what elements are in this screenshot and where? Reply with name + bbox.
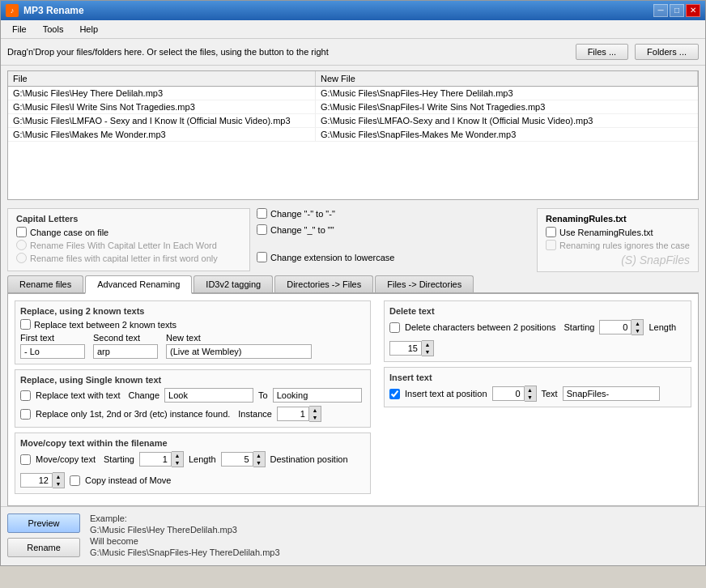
insert-pos-down-btn[interactable]: ▼ [525,394,536,401]
rename-button[interactable]: Rename [7,538,80,557]
text-label: Text [542,389,558,398]
move-starting-up-btn[interactable]: ▲ [172,452,183,459]
change-extension-option: Change extension to lowercase [257,252,530,262]
dest-input[interactable] [20,473,53,488]
tabs-container: Rename files Advanced Renaming ID3v2 tag… [7,275,699,506]
instance-up-btn[interactable]: ▲ [309,407,321,414]
dest-up-btn[interactable]: ▲ [53,473,64,480]
action-buttons: Preview Rename [7,513,80,557]
use-rules-label: Use RenamingRules.txt [559,228,653,237]
move-length-down-btn[interactable]: ▼ [253,459,265,467]
move-length-label: Length [189,454,216,464]
move-length-up-btn[interactable]: ▲ [253,452,265,459]
tab-left-panel: Replace, using 2 known texts Replace tex… [15,300,371,499]
dest-label: Destination position [270,454,348,464]
change-dash-checkbox[interactable] [257,208,267,219]
new-text-label: New text [166,333,312,343]
move-copy-checkbox[interactable] [20,454,31,465]
move-starting-input[interactable] [139,452,172,467]
maximize-button[interactable]: □ [670,4,684,17]
tab-rename-files[interactable]: Rename files [7,275,83,292]
replace-single-row: Replace text with text Change To [20,388,365,403]
title-controls: ─ □ ✕ [653,4,700,17]
tab-files-dirs[interactable]: Files -> Directories [375,275,474,292]
preview-button[interactable]: Preview [7,513,80,533]
move-starting-spinner: ▲ ▼ [139,451,184,467]
insert-section: Insert text Insert text at position ▲ ▼ [384,367,691,407]
length-spinner: ▲ ▼ [389,340,434,356]
folders-button[interactable]: Folders ... [635,44,699,60]
tab-right-panel: Delete text Delete characters between 2 … [384,300,691,499]
file-list-header: File New File [8,71,698,87]
replace-single-checkbox[interactable] [20,390,31,401]
length-up-btn[interactable]: ▲ [422,341,433,348]
new-file-cell: G:\Music Files\LMFAO-Sexy and I Know It … [316,114,698,127]
tab-id3v2[interactable]: ID3v2 tagging [194,275,273,292]
starting-input[interactable] [599,320,632,334]
file-cell: G:\Music Files\LMFAO - Sexy and I Know I… [8,114,316,127]
starting-up-btn[interactable]: ▲ [632,320,643,327]
minimize-button[interactable]: ─ [653,4,668,17]
tab-row: Rename files Advanced Renaming ID3v2 tag… [7,275,699,294]
only-instance-checkbox[interactable] [20,409,31,420]
insert-checkbox[interactable] [389,389,400,399]
new-file-cell: G:\Music Files\SnapFiles-I Write Sins No… [316,100,698,113]
options-area: Capital Letters Change case on file Rena… [1,205,705,275]
change-case-option: Change case on file [16,227,241,237]
second-text-input[interactable] [93,344,158,359]
insert-row: Insert text at position ▲ ▼ Text [389,386,686,402]
change-case-label: Change case on file [30,228,108,237]
delete-checkbox[interactable] [389,322,400,333]
insert-text-input[interactable] [563,386,660,401]
starting-spinner: ▲ ▼ [599,319,644,335]
instance-down-btn[interactable]: ▼ [309,414,321,421]
replace-2-checkbox[interactable] [20,319,31,330]
menu-help[interactable]: Help [71,22,106,36]
single-change-input[interactable] [164,388,253,403]
length-input[interactable] [389,341,422,356]
replace-2-title: Replace, using 2 known texts [20,306,365,316]
close-button[interactable]: ✕ [686,4,700,17]
insert-pos-up-btn[interactable]: ▲ [525,386,536,394]
replace-single-title: Replace, using Single known text [20,375,365,385]
file-list: File New File G:\Music Files\Hey There D… [7,70,699,200]
move-length-spinner: ▲ ▼ [221,451,266,467]
rules-ignore-option: Renaming rules ignores the case [546,240,690,250]
copy-instead-checkbox[interactable] [70,475,80,486]
tab-advanced-renaming[interactable]: Advanced Renaming [85,275,192,294]
delete-section: Delete text Delete characters between 2 … [384,300,691,362]
tab-dirs-files[interactable]: Directories -> Files [274,275,373,292]
dest-spinner-btns: ▲ ▼ [53,472,65,488]
rules-ignore-checkbox[interactable] [546,240,556,250]
length-down-btn[interactable]: ▼ [422,348,433,356]
files-button[interactable]: Files ... [576,44,628,60]
change-case-checkbox[interactable] [16,227,27,237]
dest-down-btn[interactable]: ▼ [53,480,64,488]
menu-bar: File Tools Help [1,20,705,39]
move-length-input[interactable] [221,452,253,467]
first-text-input[interactable] [20,344,85,359]
instance-input[interactable] [277,407,309,421]
rename-capital-first-radio[interactable] [16,253,27,263]
insert-pos-input[interactable] [492,386,525,401]
change-extension-checkbox[interactable] [257,252,267,262]
single-to-input[interactable] [273,388,362,403]
file-cell: G:\Music Files\Hey There Delilah.mp3 [8,87,316,100]
app-icon: ♪ [6,4,19,17]
insert-title: Insert text [389,373,686,382]
file-cell: G:\Music Files\Makes Me Wonder.mp3 [8,128,316,141]
rename-capital-each-radio[interactable] [16,240,27,250]
replace-2-label: Replace text between 2 known texts [34,320,176,330]
menu-file[interactable]: File [4,22,35,36]
new-file-cell: G:\Music Files\SnapFiles-Makes Me Wonder… [316,128,698,141]
example-box: Example: G:\Music Files\Hey ThereDelilah… [90,513,699,559]
change-underscore-checkbox[interactable] [257,224,267,235]
starting-down-btn[interactable]: ▼ [632,327,643,334]
col-new-file: New File [316,71,698,86]
new-text-input[interactable] [166,344,312,359]
menu-tools[interactable]: Tools [35,22,72,36]
title-bar: ♪ MP3 Rename ─ □ ✕ [1,1,705,20]
move-starting-down-btn[interactable]: ▼ [172,459,183,467]
change-dash-option: Change "-" to "-" [257,208,530,219]
use-rules-checkbox[interactable] [546,227,556,237]
